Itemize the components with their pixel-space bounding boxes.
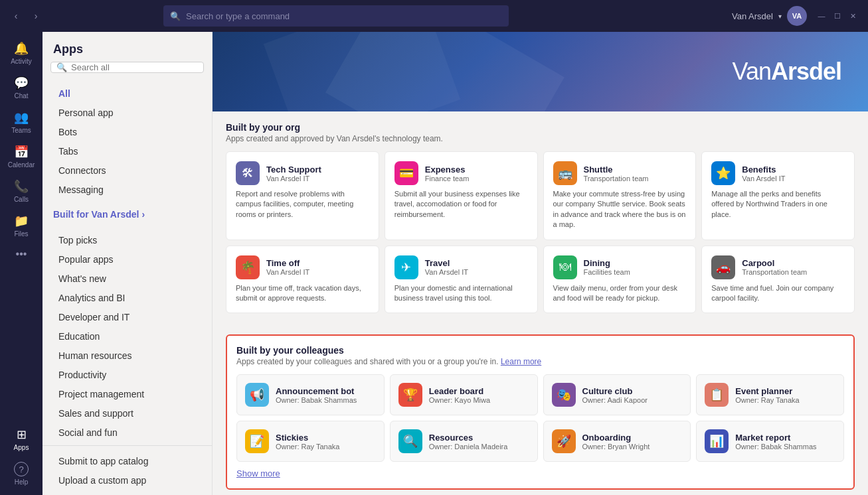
- app-card-shuttle[interactable]: 🚌 Shuttle Transportation team Make your …: [543, 151, 697, 240]
- sidebar-item-teams[interactable]: 👥 Teams: [4, 106, 39, 138]
- travel-icon: ✈: [394, 255, 418, 279]
- sidebar-item-activity[interactable]: 🔔 Activity: [4, 37, 39, 69]
- colleague-card-event[interactable]: 📋 Event planner Owner: Ray Tanaka: [696, 374, 844, 415]
- sidebar-item-calendar[interactable]: 📅 Calendar: [4, 141, 39, 173]
- app-team: Transportation team: [584, 175, 649, 182]
- app-card-info: Shuttle Transportation team: [584, 165, 649, 182]
- nav-item-top-picks[interactable]: Top picks: [48, 231, 207, 249]
- colleague-card-culture[interactable]: 🎭 Culture club Owner: Aadi Kapoor: [543, 374, 691, 415]
- app-card-header: 💳 Expenses Finance team: [394, 161, 528, 185]
- colleague-info: Resources Owner: Daniela Madeira: [429, 433, 508, 451]
- nav-item-tabs[interactable]: Tabs: [48, 142, 207, 161]
- sidebar-item-calls[interactable]: 📞 Calls: [4, 175, 39, 207]
- resources-icon: 🔍: [398, 429, 422, 453]
- app-card-info: Time off Van Arsdel IT: [266, 258, 309, 276]
- app-desc: Plan your time off, track vacation days,…: [236, 283, 369, 304]
- colleague-card-announcement[interactable]: 📢 Announcement bot Owner: Babak Shammas: [236, 374, 385, 415]
- app-name: Benefits: [742, 165, 785, 175]
- nav-item-personal[interactable]: Personal app: [48, 104, 207, 122]
- app-team: Transportation team: [742, 268, 807, 276]
- rail-more-button[interactable]: •••: [4, 244, 39, 264]
- learn-more-link[interactable]: Learn more: [501, 357, 541, 366]
- banner-logo: VanArsdel: [733, 58, 841, 86]
- app-card-dining[interactable]: 🍽 Dining Facilities team View daily menu…: [543, 246, 697, 314]
- nav-item-all[interactable]: All: [48, 84, 207, 103]
- colleague-owner: Owner: Ray Tanaka: [276, 443, 339, 451]
- nav-item-submit[interactable]: Submit to app catalog: [48, 452, 207, 470]
- sidebar-nav: All Personal app Bots Tabs Connectors Me…: [43, 81, 212, 202]
- app-card-header: ⭐ Benefits Van Arsdel IT: [711, 161, 845, 185]
- minimize-button[interactable]: —: [815, 9, 828, 23]
- app-desc: Manage all the perks and benefits offere…: [711, 189, 845, 220]
- forward-button[interactable]: ›: [28, 8, 44, 24]
- app-card-header: 🚗 Carpool Transportation team: [711, 255, 845, 279]
- app-card-carpool[interactable]: 🚗 Carpool Transportation team Save time …: [701, 246, 855, 314]
- colleague-app-name: Event planner: [735, 386, 799, 396]
- nav-item-sales[interactable]: Sales and support: [48, 404, 207, 423]
- teams-icon: 👥: [14, 110, 29, 125]
- nav-item-hr[interactable]: Human resources: [48, 346, 207, 365]
- colleague-owner: Owner: Daniela Madeira: [429, 443, 508, 451]
- colleague-owner: Owner: Aadi Kapoor: [582, 396, 648, 404]
- nav-item-upload[interactable]: Upload a custom app: [48, 471, 207, 490]
- app-card-benefits[interactable]: ⭐ Benefits Van Arsdel IT Manage all the …: [701, 151, 855, 240]
- colleague-card-stickies[interactable]: 📝 Stickies Owner: Ray Tanaka: [236, 421, 385, 462]
- help-label: Help: [15, 478, 29, 486]
- colleague-card-onboarding[interactable]: 🚀 Onboarding Owner: Bryan Wright: [543, 421, 691, 462]
- shuttle-icon: 🚌: [553, 161, 577, 185]
- nav-item-bots[interactable]: Bots: [48, 123, 207, 141]
- app-card-timeoff[interactable]: 🌴 Time off Van Arsdel IT Plan your time …: [226, 246, 379, 314]
- app-card-info: Benefits Van Arsdel IT: [742, 165, 785, 182]
- nav-item-messaging[interactable]: Messaging: [48, 180, 207, 199]
- built-for-section[interactable]: Built for Van Arsdel ›: [43, 202, 212, 222]
- global-search-input[interactable]: [186, 11, 502, 21]
- colleague-owner: Owner: Babak Shammas: [735, 443, 816, 451]
- search-all-box[interactable]: 🔍: [50, 62, 204, 73]
- nav-item-developer[interactable]: Developer and IT: [48, 308, 207, 326]
- colleague-info: Market report Owner: Babak Shammas: [735, 433, 816, 451]
- built-by-org-section: Built by your org Apps created and appro…: [213, 111, 868, 334]
- expenses-icon: 💳: [394, 161, 418, 185]
- app-card-header: 🍽 Dining Facilities team: [553, 255, 687, 279]
- maximize-button[interactable]: ☐: [831, 9, 844, 23]
- show-more-link[interactable]: Show more: [236, 468, 280, 478]
- colleague-info: Stickies Owner: Ray Tanaka: [276, 433, 339, 451]
- nav-item-whats-new[interactable]: What's new: [48, 269, 207, 288]
- sidebar-item-chat[interactable]: 💬 Chat: [4, 72, 39, 104]
- search-all-input[interactable]: [71, 62, 198, 72]
- colleague-card-resources[interactable]: 🔍 Resources Owner: Daniela Madeira: [390, 421, 538, 462]
- files-label: Files: [14, 230, 28, 238]
- nav-item-education[interactable]: Education: [48, 327, 207, 346]
- org-apps-grid: 🛠 Tech Support Van Arsdel IT Report and …: [226, 151, 855, 313]
- nav-item-analytics[interactable]: Analytics and BI: [48, 289, 207, 307]
- built-by-org-title: Built by your org: [226, 122, 855, 133]
- app-card-expenses[interactable]: 💳 Expenses Finance team Submit all your …: [385, 151, 538, 240]
- search-icon: 🔍: [170, 11, 181, 21]
- sidebar-item-files[interactable]: 📁 Files: [4, 210, 39, 242]
- built-by-colleagues-section: Built by your colleagues Apps created by…: [226, 334, 855, 490]
- nav-item-project[interactable]: Project management: [48, 385, 207, 403]
- app-card-travel[interactable]: ✈ Travel Van Arsdel IT Plan your domesti…: [385, 246, 538, 314]
- app-name: Tech Support: [266, 165, 321, 175]
- colleague-card-leaderboard[interactable]: 🏆 Leader board Owner: Kayo Miwa: [390, 374, 538, 415]
- colleague-info: Announcement bot Owner: Babak Shammas: [276, 386, 357, 404]
- nav-item-social[interactable]: Social and fun: [48, 423, 207, 442]
- app-card-info: Expenses Finance team: [425, 165, 470, 182]
- close-button[interactable]: ✕: [847, 9, 860, 23]
- nav-item-popular[interactable]: Popular apps: [48, 250, 207, 269]
- avatar[interactable]: VA: [787, 6, 807, 26]
- sidebar-item-apps[interactable]: ⊞ Apps: [4, 423, 39, 455]
- nav-item-productivity[interactable]: Productivity: [48, 366, 207, 384]
- app-card-tech-support[interactable]: 🛠 Tech Support Van Arsdel IT Report and …: [226, 151, 379, 240]
- global-search-bar[interactable]: 🔍: [163, 5, 509, 27]
- sidebar-footer: Submit to app catalog Upload a custom ap…: [43, 445, 212, 495]
- app-desc: Plan your domestic and international bus…: [394, 283, 528, 304]
- activity-label: Activity: [11, 58, 32, 65]
- sidebar-item-help[interactable]: ? Help: [4, 458, 39, 490]
- back-button[interactable]: ‹: [8, 8, 24, 24]
- colleague-card-market[interactable]: 📊 Market report Owner: Babak Shammas: [696, 421, 844, 462]
- app-card-header: 🛠 Tech Support Van Arsdel IT: [236, 161, 369, 185]
- apps-icon: ⊞: [17, 427, 27, 442]
- nav-item-connectors[interactable]: Connectors: [48, 161, 207, 180]
- colleague-app-name: Onboarding: [582, 433, 650, 443]
